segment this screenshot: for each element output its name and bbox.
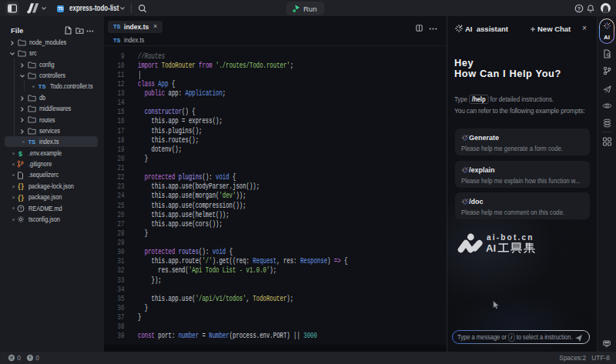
svg-text:?: ? <box>19 205 22 211</box>
svg-text:{}: {} <box>18 182 25 190</box>
svg-text:AI: AI <box>486 242 496 254</box>
svg-text:$: $ <box>18 150 22 158</box>
svg-text:{}: {} <box>18 194 25 202</box>
svg-text:?: ? <box>578 5 581 11</box>
